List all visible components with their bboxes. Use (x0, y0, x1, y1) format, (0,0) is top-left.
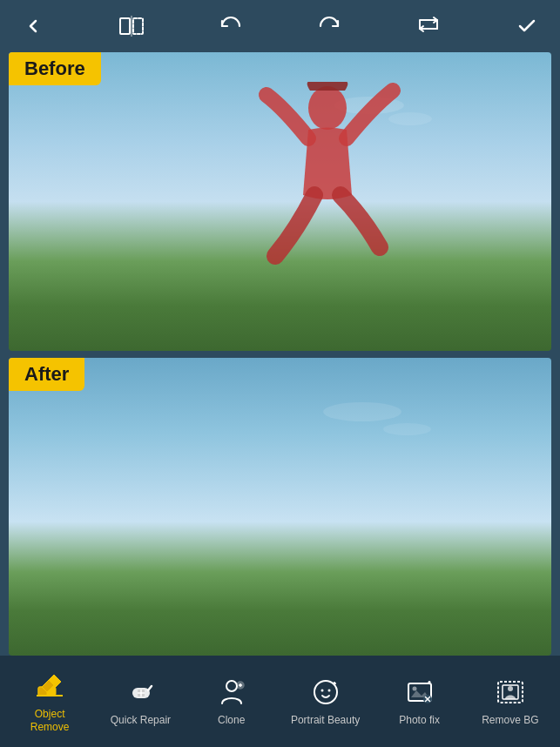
tool-photo-fix[interactable]: Photo fix (385, 669, 455, 733)
after-image (9, 358, 551, 656)
tool-clone[interactable]: Clone (197, 669, 267, 733)
after-panel: After (9, 358, 551, 656)
remove-bg-label: Remove BG (482, 714, 538, 726)
svg-point-12 (226, 681, 237, 691)
back-button[interactable] (17, 10, 49, 42)
svg-point-18 (327, 690, 330, 692)
svg-point-32 (508, 686, 513, 691)
top-toolbar (0, 0, 560, 52)
before-image (9, 52, 551, 351)
portrait-beauty-icon (309, 676, 342, 709)
repeat-button[interactable] (413, 10, 444, 42)
redo-button[interactable] (314, 10, 345, 42)
svg-point-4 (308, 86, 347, 130)
undo-button[interactable] (215, 10, 246, 42)
before-label: Before (9, 52, 101, 85)
bottom-toolbar: ObjectRemove Quick Repair (0, 656, 560, 747)
svg-point-17 (320, 690, 323, 692)
person-silhouette (249, 82, 406, 308)
before-panel: Before (9, 52, 551, 351)
object-remove-icon (33, 670, 66, 703)
quick-repair-icon (124, 676, 157, 709)
object-remove-label: ObjectRemove (30, 708, 70, 733)
compare-button[interactable] (116, 10, 147, 42)
svg-rect-1 (133, 18, 143, 34)
svg-point-24 (412, 687, 416, 691)
confirm-button[interactable] (511, 10, 543, 42)
main-content: Before After (0, 52, 560, 656)
svg-rect-0 (120, 18, 130, 34)
photo-fix-icon (403, 676, 436, 709)
clone-label: Clone (218, 714, 245, 726)
tool-remove-bg[interactable]: Remove BG (476, 669, 545, 733)
photo-fix-label: Photo fix (399, 714, 440, 726)
tool-quick-repair[interactable]: Quick Repair (105, 669, 175, 733)
remove-bg-icon (494, 676, 527, 709)
tool-object-remove[interactable]: ObjectRemove (15, 663, 84, 740)
tool-portrait-beauty[interactable]: Portrait Beauty (287, 669, 363, 733)
quick-repair-label: Quick Repair (111, 714, 171, 726)
portrait-beauty-label: Portrait Beauty (291, 714, 360, 726)
after-label: After (9, 358, 84, 391)
clone-icon (215, 676, 248, 709)
